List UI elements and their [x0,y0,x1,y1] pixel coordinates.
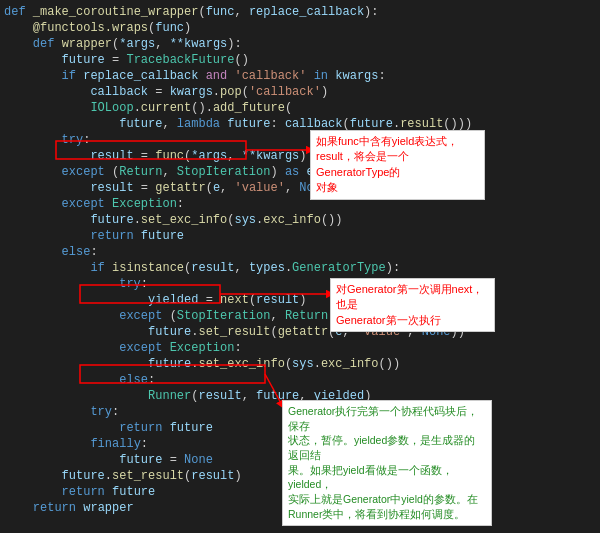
code-line: try: [0,132,600,148]
annotation-1: 如果func中含有yield表达式，result，将会是一个GeneratorT… [310,130,485,200]
code-line: future.set_result(getattr(e, 'value', No… [0,324,600,340]
code-line: def wrapper(*args, **kwargs): [0,36,600,52]
code-line: return future [0,228,600,244]
code-line: result = getattr(e, 'value', None) [0,180,600,196]
code-line: except (Return, StopIteration) as e: [0,164,600,180]
code-line: future = TracebackFuture() [0,52,600,68]
annotation-3: Generator执行完第一个协程代码块后，保存 状态，暂停。yielded参数… [282,400,492,526]
code-container: 如果func中含有yield表达式，result，将会是一个GeneratorT… [0,0,600,520]
code-line: except Exception: [0,196,600,212]
code-line: else: [0,244,600,260]
code-line: future, lambda future: callback(future.r… [0,116,600,132]
code-line: @functools.wraps(func) [0,20,600,36]
code-line: try: [0,276,600,292]
code-line: except (StopIteration, Return) as e: [0,308,600,324]
code-line: result = func(*args, **kwargs) [0,148,600,164]
code-line: if isinstance(result, types.GeneratorTyp… [0,260,600,276]
code-line: if replace_callback and 'callback' in kw… [0,68,600,84]
code-line: yielded = next(result) [0,292,600,308]
code-line: except Exception: [0,340,600,356]
annotation-2: 对Generator第一次调用next，也是Generator第一次执行 [330,278,495,332]
code-line: def _make_coroutine_wrapper(func, replac… [0,4,600,20]
code-line: future.set_exc_info(sys.exc_info()) [0,212,600,228]
code-line: else: [0,372,600,388]
code-line: callback = kwargs.pop('callback') [0,84,600,100]
code-line: IOLoop.current().add_future( [0,100,600,116]
code-line: future.set_exc_info(sys.exc_info()) [0,356,600,372]
